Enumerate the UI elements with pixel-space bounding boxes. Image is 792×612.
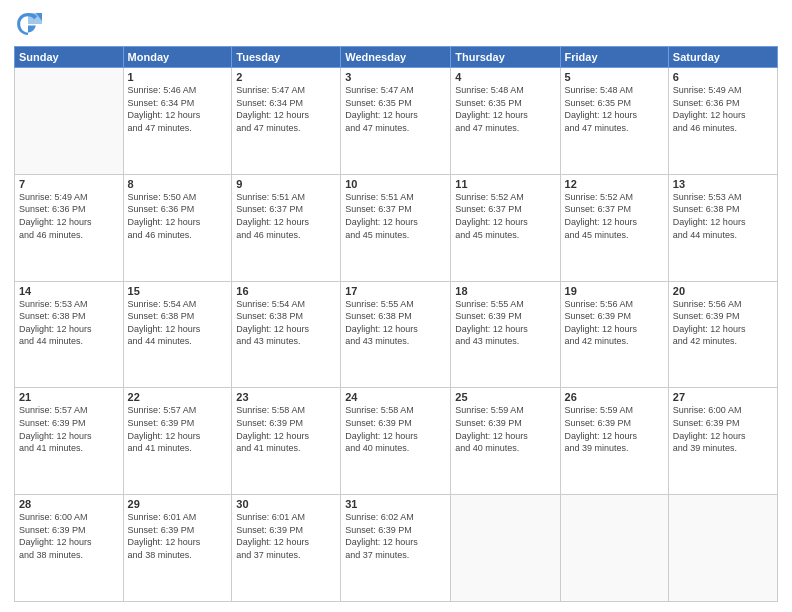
day-info: Sunrise: 5:54 AM Sunset: 6:38 PM Dayligh… bbox=[128, 298, 228, 348]
day-cell bbox=[560, 495, 668, 602]
day-info: Sunrise: 6:01 AM Sunset: 6:39 PM Dayligh… bbox=[128, 511, 228, 561]
day-number: 15 bbox=[128, 285, 228, 297]
day-info: Sunrise: 5:53 AM Sunset: 6:38 PM Dayligh… bbox=[19, 298, 119, 348]
day-cell: 15Sunrise: 5:54 AM Sunset: 6:38 PM Dayli… bbox=[123, 281, 232, 388]
week-row-4: 21Sunrise: 5:57 AM Sunset: 6:39 PM Dayli… bbox=[15, 388, 778, 495]
day-cell: 8Sunrise: 5:50 AM Sunset: 6:36 PM Daylig… bbox=[123, 174, 232, 281]
day-number: 18 bbox=[455, 285, 555, 297]
day-info: Sunrise: 6:02 AM Sunset: 6:39 PM Dayligh… bbox=[345, 511, 446, 561]
day-info: Sunrise: 5:57 AM Sunset: 6:39 PM Dayligh… bbox=[19, 404, 119, 454]
day-info: Sunrise: 5:56 AM Sunset: 6:39 PM Dayligh… bbox=[565, 298, 664, 348]
day-info: Sunrise: 5:59 AM Sunset: 6:39 PM Dayligh… bbox=[565, 404, 664, 454]
day-number: 24 bbox=[345, 391, 446, 403]
day-info: Sunrise: 5:53 AM Sunset: 6:38 PM Dayligh… bbox=[673, 191, 773, 241]
day-number: 27 bbox=[673, 391, 773, 403]
day-number: 23 bbox=[236, 391, 336, 403]
day-info: Sunrise: 5:58 AM Sunset: 6:39 PM Dayligh… bbox=[345, 404, 446, 454]
day-info: Sunrise: 5:46 AM Sunset: 6:34 PM Dayligh… bbox=[128, 84, 228, 134]
day-cell: 3Sunrise: 5:47 AM Sunset: 6:35 PM Daylig… bbox=[341, 68, 451, 175]
day-info: Sunrise: 5:59 AM Sunset: 6:39 PM Dayligh… bbox=[455, 404, 555, 454]
day-cell bbox=[451, 495, 560, 602]
day-cell: 20Sunrise: 5:56 AM Sunset: 6:39 PM Dayli… bbox=[668, 281, 777, 388]
day-number: 11 bbox=[455, 178, 555, 190]
weekday-header-saturday: Saturday bbox=[668, 47, 777, 68]
day-cell: 29Sunrise: 6:01 AM Sunset: 6:39 PM Dayli… bbox=[123, 495, 232, 602]
weekday-header-friday: Friday bbox=[560, 47, 668, 68]
day-cell: 27Sunrise: 6:00 AM Sunset: 6:39 PM Dayli… bbox=[668, 388, 777, 495]
day-cell: 26Sunrise: 5:59 AM Sunset: 6:39 PM Dayli… bbox=[560, 388, 668, 495]
week-row-1: 1Sunrise: 5:46 AM Sunset: 6:34 PM Daylig… bbox=[15, 68, 778, 175]
day-number: 9 bbox=[236, 178, 336, 190]
weekday-header-wednesday: Wednesday bbox=[341, 47, 451, 68]
day-cell: 28Sunrise: 6:00 AM Sunset: 6:39 PM Dayli… bbox=[15, 495, 124, 602]
day-cell: 5Sunrise: 5:48 AM Sunset: 6:35 PM Daylig… bbox=[560, 68, 668, 175]
day-cell: 25Sunrise: 5:59 AM Sunset: 6:39 PM Dayli… bbox=[451, 388, 560, 495]
day-cell: 23Sunrise: 5:58 AM Sunset: 6:39 PM Dayli… bbox=[232, 388, 341, 495]
day-info: Sunrise: 6:00 AM Sunset: 6:39 PM Dayligh… bbox=[673, 404, 773, 454]
day-number: 6 bbox=[673, 71, 773, 83]
day-number: 20 bbox=[673, 285, 773, 297]
day-number: 2 bbox=[236, 71, 336, 83]
day-cell: 4Sunrise: 5:48 AM Sunset: 6:35 PM Daylig… bbox=[451, 68, 560, 175]
day-number: 10 bbox=[345, 178, 446, 190]
day-number: 19 bbox=[565, 285, 664, 297]
day-number: 4 bbox=[455, 71, 555, 83]
weekday-header-sunday: Sunday bbox=[15, 47, 124, 68]
day-cell: 12Sunrise: 5:52 AM Sunset: 6:37 PM Dayli… bbox=[560, 174, 668, 281]
day-info: Sunrise: 5:54 AM Sunset: 6:38 PM Dayligh… bbox=[236, 298, 336, 348]
header bbox=[14, 10, 778, 38]
weekday-header-tuesday: Tuesday bbox=[232, 47, 341, 68]
day-cell: 11Sunrise: 5:52 AM Sunset: 6:37 PM Dayli… bbox=[451, 174, 560, 281]
day-cell: 7Sunrise: 5:49 AM Sunset: 6:36 PM Daylig… bbox=[15, 174, 124, 281]
day-number: 1 bbox=[128, 71, 228, 83]
day-info: Sunrise: 5:51 AM Sunset: 6:37 PM Dayligh… bbox=[345, 191, 446, 241]
day-cell: 30Sunrise: 6:01 AM Sunset: 6:39 PM Dayli… bbox=[232, 495, 341, 602]
day-number: 3 bbox=[345, 71, 446, 83]
day-info: Sunrise: 5:49 AM Sunset: 6:36 PM Dayligh… bbox=[19, 191, 119, 241]
day-number: 7 bbox=[19, 178, 119, 190]
weekday-header-row: SundayMondayTuesdayWednesdayThursdayFrid… bbox=[15, 47, 778, 68]
day-info: Sunrise: 5:52 AM Sunset: 6:37 PM Dayligh… bbox=[455, 191, 555, 241]
day-info: Sunrise: 5:58 AM Sunset: 6:39 PM Dayligh… bbox=[236, 404, 336, 454]
day-info: Sunrise: 5:49 AM Sunset: 6:36 PM Dayligh… bbox=[673, 84, 773, 134]
day-cell: 21Sunrise: 5:57 AM Sunset: 6:39 PM Dayli… bbox=[15, 388, 124, 495]
day-cell bbox=[15, 68, 124, 175]
day-number: 25 bbox=[455, 391, 555, 403]
day-number: 22 bbox=[128, 391, 228, 403]
day-info: Sunrise: 5:52 AM Sunset: 6:37 PM Dayligh… bbox=[565, 191, 664, 241]
day-number: 12 bbox=[565, 178, 664, 190]
day-cell: 24Sunrise: 5:58 AM Sunset: 6:39 PM Dayli… bbox=[341, 388, 451, 495]
calendar: SundayMondayTuesdayWednesdayThursdayFrid… bbox=[14, 46, 778, 602]
day-cell: 17Sunrise: 5:55 AM Sunset: 6:38 PM Dayli… bbox=[341, 281, 451, 388]
day-info: Sunrise: 5:55 AM Sunset: 6:39 PM Dayligh… bbox=[455, 298, 555, 348]
day-number: 26 bbox=[565, 391, 664, 403]
day-info: Sunrise: 5:56 AM Sunset: 6:39 PM Dayligh… bbox=[673, 298, 773, 348]
day-number: 30 bbox=[236, 498, 336, 510]
weekday-header-monday: Monday bbox=[123, 47, 232, 68]
logo bbox=[14, 10, 46, 38]
day-cell: 18Sunrise: 5:55 AM Sunset: 6:39 PM Dayli… bbox=[451, 281, 560, 388]
day-cell: 31Sunrise: 6:02 AM Sunset: 6:39 PM Dayli… bbox=[341, 495, 451, 602]
day-cell: 16Sunrise: 5:54 AM Sunset: 6:38 PM Dayli… bbox=[232, 281, 341, 388]
day-number: 8 bbox=[128, 178, 228, 190]
page: SundayMondayTuesdayWednesdayThursdayFrid… bbox=[0, 0, 792, 612]
day-number: 16 bbox=[236, 285, 336, 297]
day-number: 14 bbox=[19, 285, 119, 297]
day-cell: 9Sunrise: 5:51 AM Sunset: 6:37 PM Daylig… bbox=[232, 174, 341, 281]
day-cell: 10Sunrise: 5:51 AM Sunset: 6:37 PM Dayli… bbox=[341, 174, 451, 281]
day-cell: 14Sunrise: 5:53 AM Sunset: 6:38 PM Dayli… bbox=[15, 281, 124, 388]
week-row-3: 14Sunrise: 5:53 AM Sunset: 6:38 PM Dayli… bbox=[15, 281, 778, 388]
day-cell bbox=[668, 495, 777, 602]
week-row-5: 28Sunrise: 6:00 AM Sunset: 6:39 PM Dayli… bbox=[15, 495, 778, 602]
day-number: 5 bbox=[565, 71, 664, 83]
day-cell: 22Sunrise: 5:57 AM Sunset: 6:39 PM Dayli… bbox=[123, 388, 232, 495]
day-info: Sunrise: 5:50 AM Sunset: 6:36 PM Dayligh… bbox=[128, 191, 228, 241]
day-info: Sunrise: 5:47 AM Sunset: 6:35 PM Dayligh… bbox=[345, 84, 446, 134]
day-info: Sunrise: 5:48 AM Sunset: 6:35 PM Dayligh… bbox=[455, 84, 555, 134]
day-info: Sunrise: 6:00 AM Sunset: 6:39 PM Dayligh… bbox=[19, 511, 119, 561]
day-cell: 2Sunrise: 5:47 AM Sunset: 6:34 PM Daylig… bbox=[232, 68, 341, 175]
day-info: Sunrise: 5:57 AM Sunset: 6:39 PM Dayligh… bbox=[128, 404, 228, 454]
day-cell: 19Sunrise: 5:56 AM Sunset: 6:39 PM Dayli… bbox=[560, 281, 668, 388]
day-info: Sunrise: 6:01 AM Sunset: 6:39 PM Dayligh… bbox=[236, 511, 336, 561]
day-info: Sunrise: 5:55 AM Sunset: 6:38 PM Dayligh… bbox=[345, 298, 446, 348]
